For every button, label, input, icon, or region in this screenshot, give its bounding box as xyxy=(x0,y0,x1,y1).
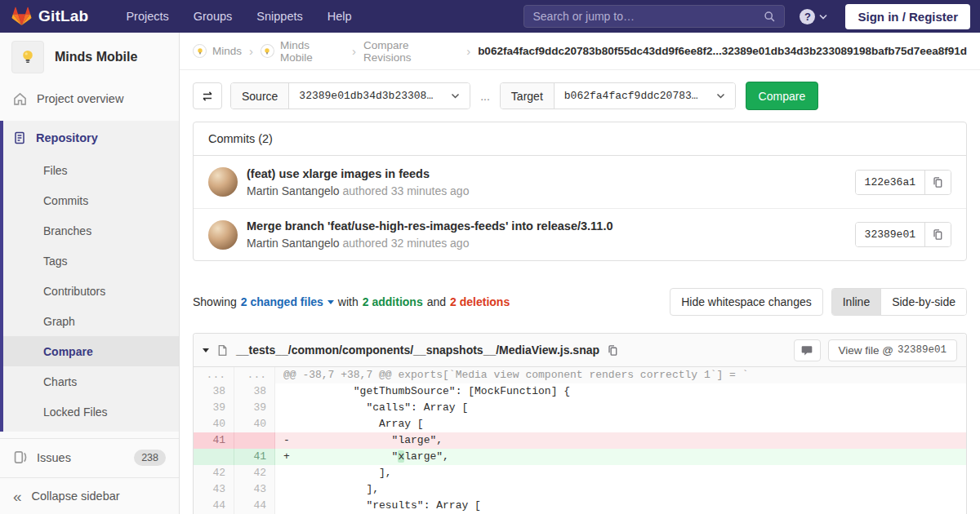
diff-new-line-number[interactable]: 44 xyxy=(234,498,275,514)
commit-row: Merge branch 'feat/use-high-res-images-f… xyxy=(194,208,966,260)
search-input[interactable] xyxy=(532,10,764,23)
sidebar-item-issues[interactable]: Issues 238 xyxy=(0,438,179,476)
source-label: Source xyxy=(231,83,289,109)
diff-new-line-number[interactable]: 38 xyxy=(234,383,275,400)
commit-author-avatar xyxy=(208,167,238,197)
diff-new-line-number[interactable]: 39 xyxy=(234,400,275,416)
commit-author-link[interactable]: Martin Santangelo xyxy=(247,237,340,250)
source-ref-group: Source 32389e01db34d3b23308… xyxy=(230,82,470,109)
ref-range-dots: ... xyxy=(479,90,492,103)
diff-old-line-number[interactable]: 38 xyxy=(194,383,234,400)
breadcrumb-item-compare-revisions[interactable]: Compare Revisions xyxy=(363,39,459,64)
breadcrumb: Minds›Minds Mobile›Compare Revisions›b06… xyxy=(180,33,980,70)
swap-revisions-button[interactable] xyxy=(193,82,222,109)
nav-link-groups[interactable]: Groups xyxy=(184,5,243,28)
diff-line-code: "results": Array [ xyxy=(275,498,966,514)
top-navbar: GitLab ProjectsGroupsSnippetsHelp ? Sign… xyxy=(0,0,980,33)
diff-old-line-number[interactable] xyxy=(194,449,234,465)
diff-line: 3939 "calls": Array [ xyxy=(194,400,966,416)
with-label: with xyxy=(338,295,359,308)
commits-panel: Commits (2) (feat) use xlarge images in … xyxy=(193,122,967,261)
comment-bubble-icon xyxy=(801,345,813,356)
commit-row: (feat) use xlarge images in feedsMartin … xyxy=(194,156,966,208)
breadcrumb-separator-icon: › xyxy=(466,44,470,58)
and-label: and xyxy=(427,295,446,308)
diff-old-line-number[interactable]: 39 xyxy=(194,400,234,416)
sidebar-item-charts[interactable]: Charts xyxy=(3,366,179,397)
project-name: Minds Mobile xyxy=(55,50,137,64)
compare-button[interactable]: Compare xyxy=(746,82,819,110)
collapse-diff-caret-icon[interactable] xyxy=(203,348,209,352)
diff-old-line-number[interactable]: ... xyxy=(194,367,234,383)
diff-file-path[interactable]: __tests__/common/components/__snapshots_… xyxy=(236,343,599,357)
commit-title-link[interactable]: (feat) use xlarge images in feeds xyxy=(247,167,855,180)
diff-new-line-number[interactable] xyxy=(234,432,275,449)
view-file-button[interactable]: View file @ 32389e01 xyxy=(828,339,958,361)
document-icon xyxy=(13,131,26,144)
commit-author-link[interactable]: Martin Santangelo xyxy=(247,184,340,197)
sidebar-item-contributors[interactable]: Contributors xyxy=(3,276,179,306)
diff-old-line-number[interactable]: 44 xyxy=(194,498,234,514)
diff-line: 4343 ], xyxy=(194,481,966,498)
sidebar-item-compare[interactable]: Compare xyxy=(3,336,179,366)
brand-wordmark: GitLab xyxy=(38,7,88,25)
source-ref-dropdown[interactable]: 32389e01db34d3b23308… xyxy=(289,83,470,109)
copy-sha-button[interactable] xyxy=(924,223,951,246)
source-ref-value: 32389e01db34d3b23308… xyxy=(299,90,433,102)
issues-count-badge: 238 xyxy=(134,450,166,466)
sidebar-item-label: Project overview xyxy=(37,92,123,105)
diff-line-code: ], xyxy=(275,481,966,498)
side-by-side-view-tab[interactable]: Side-by-side xyxy=(880,289,966,315)
commit-sha-button[interactable]: 122e36a1 xyxy=(856,171,924,194)
diff-old-line-number[interactable]: 41 xyxy=(194,432,234,449)
project-header[interactable]: Minds Mobile xyxy=(0,33,179,83)
diff-file-panel: __tests__/common/components/__snapshots_… xyxy=(193,333,967,514)
diff-new-line-number[interactable]: 42 xyxy=(234,465,275,481)
copy-icon[interactable] xyxy=(607,344,619,357)
sidebar-item-locked-files[interactable]: Locked Files xyxy=(3,397,179,427)
diff-old-line-number[interactable]: 43 xyxy=(194,481,234,498)
toggle-comments-button[interactable] xyxy=(794,339,821,361)
compare-revisions-form: Source 32389e01db34d3b23308… ... Target … xyxy=(180,70,980,122)
diff-line: 41+ "xlarge", xyxy=(194,449,966,465)
sidebar-item-repository[interactable]: Repository xyxy=(3,121,179,155)
sidebar-item-tags[interactable]: Tags xyxy=(3,246,179,276)
diff-new-line-number[interactable]: 40 xyxy=(234,416,275,432)
collapse-sidebar-button[interactable]: « Collapse sidebar xyxy=(0,477,179,514)
sign-in-register-button[interactable]: Sign in / Register xyxy=(845,4,970,29)
commit-meta: Martin Santangelo authored 33 minutes ag… xyxy=(247,184,855,197)
nav-link-help[interactable]: Help xyxy=(318,5,362,28)
commit-sha-group: 122e36a1 xyxy=(855,170,951,195)
diff-old-line-number[interactable]: 40 xyxy=(194,416,234,432)
sidebar-item-branches[interactable]: Branches xyxy=(3,215,179,246)
breadcrumb-item-minds[interactable]: Minds xyxy=(193,44,242,58)
sidebar-item-project-overview[interactable]: Project overview xyxy=(0,83,179,114)
nav-link-snippets[interactable]: Snippets xyxy=(247,5,312,28)
breadcrumb-item-minds-mobile[interactable]: Minds Mobile xyxy=(261,39,345,64)
commit-author-avatar xyxy=(208,220,238,250)
diff-new-line-number[interactable]: 43 xyxy=(234,481,275,498)
caret-down-icon xyxy=(327,300,334,304)
sidebar-item-graph[interactable]: Graph xyxy=(3,306,179,336)
help-menu[interactable]: ? xyxy=(800,9,827,24)
collapse-sidebar-label: Collapse sidebar xyxy=(32,490,120,503)
diff-line-code: + "xlarge", xyxy=(275,449,966,465)
diff-new-line-number[interactable]: ... xyxy=(234,367,275,383)
breadcrumb-avatar xyxy=(193,44,207,58)
sidebar-item-files[interactable]: Files xyxy=(3,155,179,185)
sidebar-item-commits[interactable]: Commits xyxy=(3,185,179,215)
changed-files-dropdown[interactable]: 2 changed files xyxy=(241,295,334,308)
diff-old-line-number[interactable]: 42 xyxy=(194,465,234,481)
commit-title-link[interactable]: Merge branch 'feat/use-high-res-images-f… xyxy=(247,219,855,233)
diff-line-code: - "large", xyxy=(275,432,966,449)
target-ref-dropdown[interactable]: b062fa4facf9ddc20783… xyxy=(555,83,735,109)
global-search[interactable] xyxy=(523,5,785,28)
gitlab-logo[interactable]: GitLab xyxy=(11,7,88,26)
copy-sha-button[interactable] xyxy=(924,171,951,194)
commit-sha-button[interactable]: 32389e01 xyxy=(856,223,924,246)
inline-view-tab[interactable]: Inline xyxy=(832,289,880,315)
diff-new-line-number[interactable]: 41 xyxy=(234,449,275,465)
nav-link-projects[interactable]: Projects xyxy=(116,5,178,28)
breadcrumb-item-b062fa4facf9ddc20783b80f55dc43: b062fa4facf9ddc20783b80f55dc43dd9f6ee8f2… xyxy=(478,45,967,57)
hide-whitespace-button[interactable]: Hide whitespace changes xyxy=(670,288,823,316)
